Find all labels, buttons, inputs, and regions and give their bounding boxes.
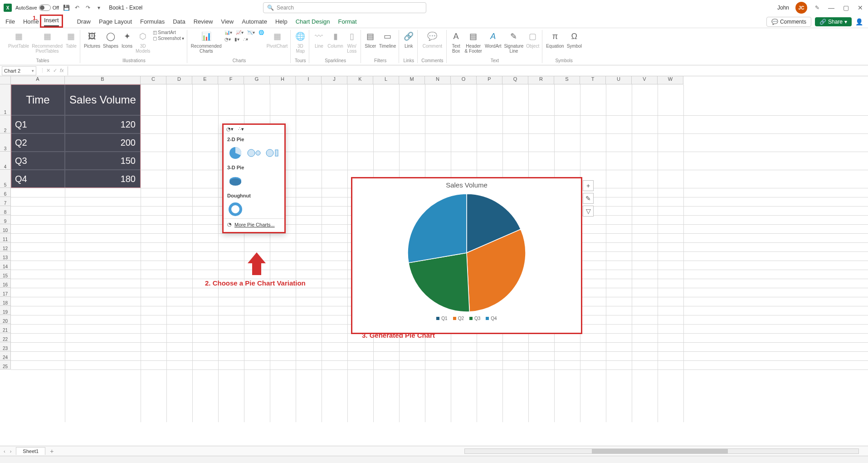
sheet-nav-prev[interactable]: ‹ [4,448,5,454]
select-all-corner[interactable] [0,76,11,84]
scatter-icon[interactable]: ∴▾ [238,126,244,132]
maximize-button[interactable]: ▢ [842,4,850,12]
col-header-M[interactable]: M [399,76,425,84]
toggle-switch[interactable] [39,5,51,11]
wordart-button[interactable]: AWordArt [485,30,502,49]
confirm-entry-icon[interactable]: ✓ [53,68,57,74]
object-button[interactable]: ▢Object [526,30,539,49]
cell-a2[interactable]: Q1 [11,115,65,133]
recommended-pivottables-button[interactable]: ▦Recommended PivotTables [32,30,63,54]
col-header-H[interactable]: H [270,76,296,84]
row-header-19[interactable]: 19 [0,306,11,315]
pen-icon[interactable]: ✎ [814,4,821,11]
col-header-Q[interactable]: Q [502,76,528,84]
cancel-entry-icon[interactable]: ⋮ ✕ [40,68,50,74]
line-chart-dd[interactable]: 📈▾ [236,30,244,35]
formula-bar[interactable] [68,66,866,75]
signature-line-button[interactable]: ✎Signature Line [504,30,523,54]
maps-dd[interactable]: 🌐 [258,30,264,35]
col-header-P[interactable]: P [477,76,502,84]
row-header-11[interactable]: 11 [0,233,11,242]
col-header-U[interactable]: U [606,76,632,84]
doughnut-option[interactable] [227,202,244,217]
user-icon[interactable]: 👤 [855,18,863,25]
pivottable-button[interactable]: ▦PivotTable [8,30,29,49]
tab-view[interactable]: View [221,16,234,27]
chart-filters-button[interactable]: ▽ [583,206,594,217]
row-header-10[interactable]: 10 [0,224,11,233]
cell-a3[interactable]: Q2 [11,133,65,152]
sparkline-column-button[interactable]: ▮Column [327,30,343,49]
sheet-tab-1[interactable]: Sheet1 [16,447,45,455]
hierarchy-chart-dd[interactable]: ◔▾ [224,37,231,42]
autosave-toggle[interactable]: AutoSave Off [15,5,59,11]
col-header-O[interactable]: O [451,76,477,84]
row-header-13[interactable]: 13 [0,251,11,261]
combo-chart-dd[interactable]: 📉▾ [247,30,255,35]
tab-automate[interactable]: Automate [242,16,267,27]
add-sheet-button[interactable]: + [50,448,54,455]
shapes-button[interactable]: ◯Shapes [103,30,118,49]
row-header-15[interactable]: 15 [0,270,11,279]
save-icon[interactable]: 💾 [63,4,70,11]
timeline-button[interactable]: ▭Timeline [379,30,396,49]
horizontal-scrollbar[interactable] [464,448,859,454]
equation-button[interactable]: πEquation [546,30,564,49]
tab-chart-design[interactable]: Chart Design [296,16,330,27]
col-header-L[interactable]: L [373,76,399,84]
row-header-12[interactable]: 12 [0,242,11,251]
col-header-C[interactable]: C [141,76,166,84]
close-button[interactable]: ✕ [856,4,864,12]
redo-icon[interactable]: ↷ [84,4,92,11]
chart-elements-button[interactable]: + [583,180,594,191]
pie-icon[interactable]: ◔▾ [226,126,234,132]
icons-button[interactable]: ✦Icons [121,30,133,49]
col-header-E[interactable]: E [192,76,218,84]
tab-insert[interactable]: Insert [44,15,59,26]
tab-format[interactable]: Format [338,16,357,27]
name-box-dropdown-icon[interactable]: ▾ [32,69,34,73]
comment-button[interactable]: 💬Comment [423,30,442,49]
cell-a1[interactable]: Time [11,84,65,115]
tab-data[interactable]: Data [173,16,185,27]
row-header-3[interactable]: 3 [0,133,11,152]
tab-file[interactable]: File [5,16,15,27]
col-header-R[interactable]: R [528,76,554,84]
col-header-K[interactable]: K [347,76,373,84]
pictures-button[interactable]: 🖼Pictures [84,30,100,49]
pie-3d-option[interactable] [227,174,244,188]
sheet-nav-next[interactable]: › [10,448,12,454]
sparkline-line-button[interactable]: 〰Line [313,30,325,49]
more-pie-charts-button[interactable]: ◔ More Pie Charts... [224,218,284,230]
row-header-23[interactable]: 23 [0,342,11,351]
col-header-S[interactable]: S [554,76,580,84]
textbox-button[interactable]: AText Box [450,30,462,54]
scatter-chart-dd[interactable]: ∴▾ [243,37,248,42]
row-header-22[interactable]: 22 [0,333,11,342]
undo-icon[interactable]: ↶ [73,4,81,11]
tab-formulas[interactable]: Formulas [140,16,165,27]
row-header-16[interactable]: 16 [0,279,11,288]
tab-review[interactable]: Review [194,16,213,27]
row-header-21[interactable]: 21 [0,324,11,333]
row-header-14[interactable]: 14 [0,261,11,270]
row-header-2[interactable]: 2 [0,115,11,133]
cell-b1[interactable]: Sales Volume [65,84,141,115]
fx-icon[interactable]: fx [60,68,64,74]
row-header-24[interactable]: 24 [0,351,11,360]
comments-button[interactable]: 💬 Comments [766,17,811,27]
col-header-A[interactable]: A [11,76,65,84]
row-header-6[interactable]: 6 [0,188,11,197]
slicer-button[interactable]: ▤Slicer [365,30,376,49]
chart-styles-button[interactable]: ✎ [583,193,594,204]
header-footer-button[interactable]: ▤Header & Footer [465,30,482,54]
col-header-F[interactable]: F [218,76,244,84]
share-button[interactable]: 🔗 Share ▾ [815,17,852,26]
name-box[interactable]: Chart 2 ▾ [2,66,36,75]
search-box[interactable]: 🔍 Search [263,2,426,13]
qat-dropdown-icon[interactable]: ▾ [95,4,102,11]
pie-2d-option[interactable] [227,146,243,160]
col-header-J[interactable]: J [322,76,347,84]
sparkline-winloss-button[interactable]: ▯Win/ Loss [346,30,358,54]
statistic-chart-dd[interactable]: ▮▾ [234,37,239,42]
